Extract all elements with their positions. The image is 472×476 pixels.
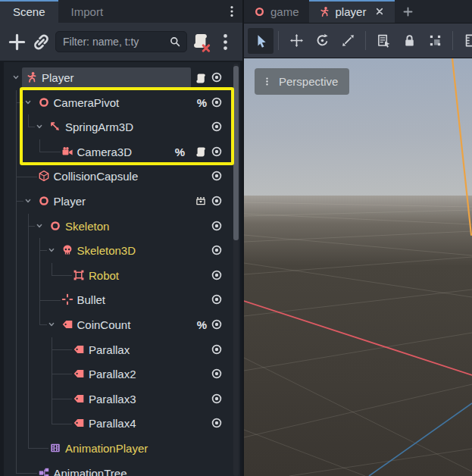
- visibility-eye-icon[interactable]: [211, 269, 223, 281]
- tree-row-parallax4[interactable]: Parallax4: [4, 411, 240, 436]
- visibility-eye-icon[interactable]: [211, 71, 223, 83]
- tree-row-robot[interactable]: Robot: [4, 263, 240, 288]
- tree-guide: [28, 362, 29, 387]
- rotate-icon: [315, 33, 330, 48]
- add-node-button[interactable]: [7, 32, 27, 52]
- tool-select-button[interactable]: [248, 28, 274, 54]
- tree-row-coincount[interactable]: CoinCount%: [4, 312, 240, 337]
- select-icon: [254, 33, 268, 48]
- tree-guide: [28, 448, 49, 449]
- visibility-eye-icon[interactable]: [211, 220, 223, 232]
- tool-select-list-button[interactable]: [370, 28, 396, 54]
- tree-row-skeleton[interactable]: Skeleton: [4, 214, 240, 239]
- tree-guide: [28, 226, 36, 227]
- close-tab-icon[interactable]: [374, 6, 385, 17]
- tool-ruler-button[interactable]: [458, 28, 472, 54]
- unique-name-badge[interactable]: %: [197, 96, 207, 109]
- tree-node-label: Robot: [89, 263, 119, 288]
- tree-row-bullet[interactable]: Bullet: [4, 287, 240, 312]
- perspective-label: Perspective: [279, 75, 338, 88]
- visibility-eye-icon[interactable]: [211, 343, 223, 355]
- lock-icon: [402, 33, 417, 48]
- tree-row-player[interactable]: Player: [4, 189, 240, 214]
- node3d-icon: [38, 96, 50, 108]
- visibility-eye-icon[interactable]: [211, 146, 223, 158]
- filter-input[interactable]: [61, 35, 169, 49]
- tree-guide: [28, 114, 29, 127]
- scene-tree-menu-icon[interactable]: [215, 32, 236, 52]
- new-scene-tab-button[interactable]: [395, 0, 420, 23]
- tree-guide: [39, 312, 40, 324]
- tree-row-animationtree[interactable]: AnimationTree: [4, 461, 240, 476]
- tree-row-camerapivot[interactable]: CameraPivot%: [4, 90, 240, 115]
- character-body-icon: [26, 71, 38, 83]
- tree-guide: [52, 424, 73, 424]
- visibility-eye-icon[interactable]: [211, 393, 223, 405]
- unique-name-badge[interactable]: %: [175, 146, 185, 158]
- tree-row-parallax3[interactable]: Parallax3: [4, 387, 240, 412]
- filter-field[interactable]: [55, 31, 187, 52]
- scene-tab-game[interactable]: game: [244, 0, 309, 23]
- tree-row-parallax[interactable]: Parallax: [4, 337, 240, 362]
- tab-import[interactable]: Import: [58, 0, 117, 23]
- tree-node-label: Parallax4: [89, 411, 136, 436]
- tree-guide: [16, 263, 17, 288]
- tree-row-animationplayer[interactable]: AnimationPlayer: [4, 436, 240, 461]
- scene-tree[interactable]: AnimationTreeAnimationPlayerParallax4Par…: [4, 62, 240, 476]
- tree-row-collisioncapsule[interactable]: CollisionCapsule: [4, 164, 240, 189]
- label3d-icon: [73, 393, 85, 405]
- instantiate-scene-button[interactable]: [31, 32, 52, 52]
- tree-row-camera3d[interactable]: Camera3D%: [4, 139, 240, 164]
- viewport-3d[interactable]: Perspective: [244, 58, 472, 476]
- visibility-eye-icon[interactable]: [211, 293, 223, 305]
- visibility-eye-icon[interactable]: [211, 121, 223, 133]
- tree-guide: [16, 312, 17, 337]
- visibility-eye-icon[interactable]: [211, 170, 223, 182]
- visibility-eye-icon[interactable]: [211, 195, 223, 207]
- tree-scrollbar[interactable]: [233, 64, 239, 476]
- row-badges: %: [175, 139, 207, 164]
- tool-scale-button[interactable]: [335, 28, 361, 54]
- tree-row-springarm3d[interactable]: SpringArm3D: [4, 114, 240, 139]
- visibility-eye-icon[interactable]: [211, 368, 223, 380]
- tree-scrollbar-thumb[interactable]: [233, 66, 239, 240]
- tree-guide: [16, 201, 23, 202]
- visibility-eye-icon[interactable]: [211, 318, 223, 330]
- tool-group-button[interactable]: [422, 28, 448, 54]
- tree-node-label: AnimationPlayer: [65, 436, 148, 461]
- chevron-down-icon[interactable]: [12, 74, 20, 81]
- tree-guide: [16, 461, 17, 473]
- perspective-button[interactable]: Perspective: [255, 68, 349, 95]
- tree-node-label: Skeleton: [65, 214, 109, 239]
- dock-menu-icon[interactable]: [225, 5, 239, 18]
- character-body-icon: [319, 6, 330, 17]
- chevron-down-icon[interactable]: [48, 246, 55, 254]
- chevron-down-icon[interactable]: [36, 222, 43, 230]
- tool-lock-button[interactable]: [396, 28, 422, 54]
- row-badges: %: [197, 312, 207, 337]
- unique-name-badge[interactable]: %: [197, 318, 207, 331]
- chevron-down-icon[interactable]: [48, 321, 55, 328]
- script-icon[interactable]: [195, 72, 207, 84]
- chevron-down-icon[interactable]: [24, 197, 32, 205]
- tree-row-player[interactable]: Player: [4, 65, 240, 90]
- visibility-eye-icon[interactable]: [211, 244, 223, 256]
- tree-row-skeleton3d[interactable]: Skeleton3D: [4, 238, 240, 263]
- tree-row-parallax2[interactable]: Parallax2: [4, 362, 240, 387]
- select-list-icon: [377, 33, 391, 48]
- tool-move-button[interactable]: [283, 28, 309, 54]
- script-icon[interactable]: [195, 146, 207, 158]
- chevron-down-icon[interactable]: [24, 99, 32, 106]
- tree-guide: [28, 238, 29, 263]
- plus-icon: [402, 6, 414, 17]
- tree-guide: [28, 263, 29, 288]
- scene-tab-player[interactable]: player: [309, 0, 395, 23]
- clapper-icon[interactable]: [195, 196, 207, 208]
- visibility-eye-icon[interactable]: [211, 96, 223, 108]
- tab-scene[interactable]: Scene: [0, 0, 58, 23]
- visibility-eye-icon[interactable]: [211, 417, 223, 429]
- detach-script-button[interactable]: [191, 32, 211, 52]
- tool-rotate-button[interactable]: [309, 28, 335, 54]
- chevron-down-icon[interactable]: [36, 123, 43, 130]
- tree-node-label: Bullet: [77, 287, 106, 312]
